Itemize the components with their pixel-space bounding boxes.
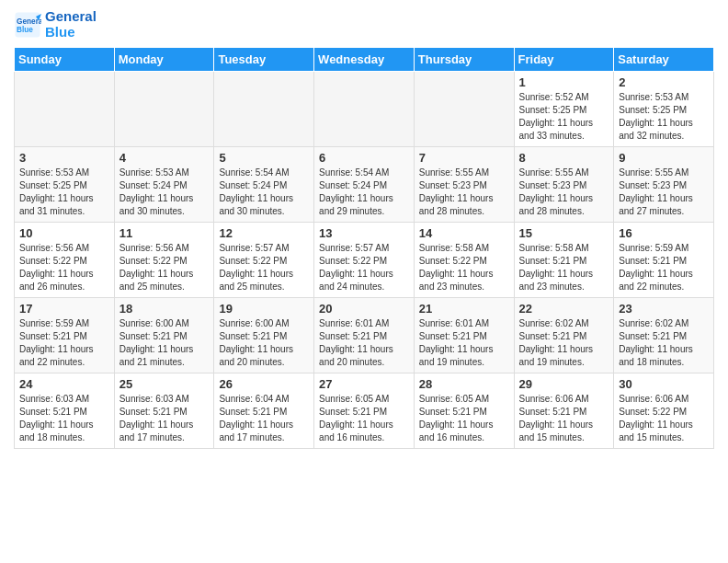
day-number: 18	[119, 302, 210, 316]
day-info: Sunrise: 5:58 AMSunset: 5:21 PMDaylight:…	[519, 242, 609, 293]
week-row-4: 17Sunrise: 5:59 AMSunset: 5:21 PMDayligh…	[15, 298, 714, 373]
day-cell: 8Sunrise: 5:55 AMSunset: 5:23 PMDaylight…	[514, 147, 614, 223]
day-cell: 3Sunrise: 5:53 AMSunset: 5:25 PMDaylight…	[15, 147, 115, 223]
day-info: Sunrise: 5:59 AMSunset: 5:21 PMDaylight:…	[19, 317, 109, 369]
day-cell: 4Sunrise: 5:53 AMSunset: 5:24 PMDaylight…	[114, 147, 214, 223]
day-cell: 27Sunrise: 6:05 AMSunset: 5:21 PMDayligh…	[314, 373, 415, 449]
day-info: Sunrise: 6:05 AMSunset: 5:21 PMDaylight:…	[319, 393, 409, 444]
weekday-header-thursday: Thursday	[414, 48, 514, 72]
week-row-1: 1Sunrise: 5:52 AMSunset: 5:25 PMDaylight…	[15, 72, 714, 147]
day-number: 21	[419, 302, 509, 316]
day-number: 22	[519, 302, 609, 316]
day-number: 2	[619, 75, 709, 89]
day-info: Sunrise: 6:05 AMSunset: 5:21 PMDaylight:…	[419, 393, 509, 444]
day-cell: 5Sunrise: 5:54 AMSunset: 5:24 PMDaylight…	[214, 147, 314, 223]
weekday-header-sunday: Sunday	[15, 48, 115, 72]
week-row-5: 24Sunrise: 6:03 AMSunset: 5:21 PMDayligh…	[15, 373, 714, 449]
day-cell	[314, 72, 415, 147]
day-number: 10	[19, 226, 109, 240]
day-cell: 7Sunrise: 5:55 AMSunset: 5:23 PMDaylight…	[414, 147, 514, 223]
day-info: Sunrise: 5:56 AMSunset: 5:22 PMDaylight:…	[19, 242, 109, 293]
day-number: 1	[519, 75, 609, 89]
day-info: Sunrise: 5:59 AMSunset: 5:21 PMDaylight:…	[619, 242, 709, 293]
day-info: Sunrise: 5:57 AMSunset: 5:22 PMDaylight:…	[319, 242, 409, 293]
weekday-header-monday: Monday	[114, 48, 214, 72]
day-cell: 14Sunrise: 5:58 AMSunset: 5:22 PMDayligh…	[414, 223, 514, 298]
calendar-table: SundayMondayTuesdayWednesdayThursdayFrid…	[14, 47, 714, 449]
main-container: General Blue General Blue SundayMondayTu…	[0, 0, 728, 458]
day-cell	[214, 72, 314, 147]
day-number: 23	[619, 302, 709, 316]
logo-text: General Blue	[45, 9, 97, 40]
day-info: Sunrise: 5:55 AMSunset: 5:23 PMDaylight:…	[519, 167, 609, 218]
day-cell: 20Sunrise: 6:01 AMSunset: 5:21 PMDayligh…	[314, 298, 415, 373]
day-number: 11	[119, 226, 210, 240]
day-number: 20	[319, 302, 409, 316]
day-cell: 21Sunrise: 6:01 AMSunset: 5:21 PMDayligh…	[414, 298, 514, 373]
day-info: Sunrise: 6:00 AMSunset: 5:21 PMDaylight:…	[119, 317, 210, 369]
day-number: 17	[19, 302, 109, 316]
day-info: Sunrise: 5:53 AMSunset: 5:24 PMDaylight:…	[119, 167, 210, 218]
day-number: 15	[519, 226, 609, 240]
day-cell	[15, 72, 115, 147]
day-info: Sunrise: 6:01 AMSunset: 5:21 PMDaylight:…	[319, 317, 409, 369]
svg-text:Blue: Blue	[17, 25, 33, 33]
day-number: 7	[419, 151, 509, 165]
day-info: Sunrise: 5:58 AMSunset: 5:22 PMDaylight:…	[419, 242, 509, 293]
day-number: 28	[419, 377, 509, 391]
week-row-3: 10Sunrise: 5:56 AMSunset: 5:22 PMDayligh…	[15, 223, 714, 298]
day-info: Sunrise: 5:53 AMSunset: 5:25 PMDaylight:…	[619, 91, 709, 143]
logo: General Blue General Blue	[14, 9, 97, 40]
day-number: 26	[219, 377, 309, 391]
day-number: 19	[219, 302, 309, 316]
day-info: Sunrise: 5:57 AMSunset: 5:22 PMDaylight:…	[219, 242, 309, 293]
day-number: 24	[19, 377, 109, 391]
day-number: 25	[119, 377, 210, 391]
day-info: Sunrise: 6:02 AMSunset: 5:21 PMDaylight:…	[519, 317, 609, 369]
day-info: Sunrise: 6:02 AMSunset: 5:21 PMDaylight:…	[619, 317, 709, 369]
weekday-header-tuesday: Tuesday	[214, 48, 314, 72]
day-cell: 18Sunrise: 6:00 AMSunset: 5:21 PMDayligh…	[114, 298, 214, 373]
day-number: 29	[519, 377, 609, 391]
day-info: Sunrise: 5:55 AMSunset: 5:23 PMDaylight:…	[419, 167, 509, 218]
day-cell: 12Sunrise: 5:57 AMSunset: 5:22 PMDayligh…	[214, 223, 314, 298]
day-cell: 24Sunrise: 6:03 AMSunset: 5:21 PMDayligh…	[15, 373, 115, 449]
day-cell: 25Sunrise: 6:03 AMSunset: 5:21 PMDayligh…	[114, 373, 214, 449]
day-cell: 1Sunrise: 5:52 AMSunset: 5:25 PMDaylight…	[514, 72, 614, 147]
day-number: 5	[219, 151, 309, 165]
day-cell: 15Sunrise: 5:58 AMSunset: 5:21 PMDayligh…	[514, 223, 614, 298]
day-cell	[114, 72, 214, 147]
day-info: Sunrise: 5:53 AMSunset: 5:25 PMDaylight:…	[19, 167, 109, 218]
header: General Blue General Blue	[14, 9, 714, 40]
weekday-header-saturday: Saturday	[614, 48, 714, 72]
day-info: Sunrise: 6:03 AMSunset: 5:21 PMDaylight:…	[19, 393, 109, 444]
day-info: Sunrise: 5:55 AMSunset: 5:23 PMDaylight:…	[619, 167, 709, 218]
day-number: 12	[219, 226, 309, 240]
day-cell: 10Sunrise: 5:56 AMSunset: 5:22 PMDayligh…	[15, 223, 115, 298]
day-number: 27	[319, 377, 409, 391]
day-number: 6	[319, 151, 409, 165]
day-cell: 13Sunrise: 5:57 AMSunset: 5:22 PMDayligh…	[314, 223, 415, 298]
day-info: Sunrise: 6:04 AMSunset: 5:21 PMDaylight:…	[219, 393, 309, 444]
day-number: 9	[619, 151, 709, 165]
day-cell: 2Sunrise: 5:53 AMSunset: 5:25 PMDaylight…	[614, 72, 714, 147]
day-cell: 6Sunrise: 5:54 AMSunset: 5:24 PMDaylight…	[314, 147, 415, 223]
weekday-header-row: SundayMondayTuesdayWednesdayThursdayFrid…	[15, 48, 714, 72]
day-info: Sunrise: 5:56 AMSunset: 5:22 PMDaylight:…	[119, 242, 210, 293]
day-cell: 22Sunrise: 6:02 AMSunset: 5:21 PMDayligh…	[514, 298, 614, 373]
day-cell: 17Sunrise: 5:59 AMSunset: 5:21 PMDayligh…	[15, 298, 115, 373]
day-cell: 26Sunrise: 6:04 AMSunset: 5:21 PMDayligh…	[214, 373, 314, 449]
day-number: 8	[519, 151, 609, 165]
day-cell	[414, 72, 514, 147]
logo-icon: General Blue	[14, 11, 41, 39]
day-cell: 29Sunrise: 6:06 AMSunset: 5:21 PMDayligh…	[514, 373, 614, 449]
day-info: Sunrise: 6:06 AMSunset: 5:22 PMDaylight:…	[619, 393, 709, 444]
day-cell: 9Sunrise: 5:55 AMSunset: 5:23 PMDaylight…	[614, 147, 714, 223]
day-cell: 28Sunrise: 6:05 AMSunset: 5:21 PMDayligh…	[414, 373, 514, 449]
day-info: Sunrise: 6:03 AMSunset: 5:21 PMDaylight:…	[119, 393, 210, 444]
day-cell: 30Sunrise: 6:06 AMSunset: 5:22 PMDayligh…	[614, 373, 714, 449]
day-number: 14	[419, 226, 509, 240]
day-info: Sunrise: 5:54 AMSunset: 5:24 PMDaylight:…	[319, 167, 409, 218]
day-number: 3	[19, 151, 109, 165]
day-number: 13	[319, 226, 409, 240]
